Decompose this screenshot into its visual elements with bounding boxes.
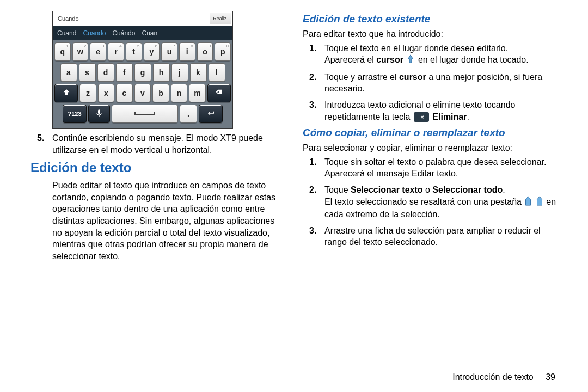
kb-key-h: h xyxy=(153,63,170,82)
kb-key-m: m xyxy=(189,84,206,102)
selection-tab-left-icon xyxy=(525,196,531,209)
kb-key-s: s xyxy=(79,63,96,82)
kb-sugg-1: Cuando xyxy=(83,29,106,37)
heading-edicion-de-texto: Edición de texto xyxy=(30,160,285,175)
kb-key-r: r4 xyxy=(108,42,124,61)
intro-b: Para seleccionar y copiar, eliminar o re… xyxy=(303,142,558,154)
kb-sugg-2: Cuándo xyxy=(112,29,135,37)
kb-key-y: y6 xyxy=(144,42,160,61)
kb-row-2: a s d f g h j k l xyxy=(54,63,231,82)
return-icon xyxy=(206,109,215,119)
kb-suggestion-bar: Cuand Cuando Cuándo Cuan xyxy=(53,26,232,40)
heading-copiar-eliminar-reemplazar: Cómo copiar, eliminar o reemplazar texto xyxy=(303,127,558,139)
kb-key-t: t5 xyxy=(126,42,142,61)
kb-key-period: . xyxy=(180,105,197,123)
kb-key-l: l xyxy=(209,63,225,82)
kb-sugg-3: Cuan xyxy=(142,29,157,37)
kb-key-shift xyxy=(54,84,78,102)
kb-key-space xyxy=(112,105,178,123)
mic-icon xyxy=(95,109,103,119)
kb-key-backspace xyxy=(207,84,231,102)
step-b1: Toque sin soltar el texto o palabra que … xyxy=(324,156,558,180)
cursor-icon xyxy=(407,54,414,67)
kb-key-z: z xyxy=(79,84,96,102)
kb-input-field: Cuando xyxy=(54,13,207,24)
footer-section: Introducción de texto xyxy=(452,372,534,382)
step-a3: Introduzca texto adicional o elimine tex… xyxy=(324,99,558,122)
kb-key-e: e3 xyxy=(90,42,106,61)
step-a2: Toque y arrastre el cursor a una mejor p… xyxy=(324,71,558,95)
selection-tab-right-icon xyxy=(536,196,543,209)
kb-key-u: u7 xyxy=(161,42,177,61)
kb-key-c: c xyxy=(116,84,133,102)
kb-key-b: b xyxy=(152,84,169,102)
footer-page-number: 39 xyxy=(546,372,555,382)
step-a1: Toque el texto en el lugar donde desea e… xyxy=(324,42,558,67)
kb-key-symbols: ?123 xyxy=(63,105,87,123)
kb-key-a: a xyxy=(60,63,77,82)
kb-key-n: n xyxy=(171,84,188,102)
intro-a: Para editar texto que ha introducido: xyxy=(303,28,558,40)
page-footer: Introducción de texto 39 xyxy=(452,372,555,382)
kb-row-4: ?123 . xyxy=(54,105,231,123)
kb-key-k: k xyxy=(190,63,207,82)
left-step-5: Continúe escribiendo su mensaje. El modo… xyxy=(52,132,285,156)
kb-key-i: i8 xyxy=(179,42,195,61)
kb-key-mic xyxy=(88,105,110,123)
left-paragraph: Puede editar el texto que introduce en c… xyxy=(52,180,285,262)
kb-key-return xyxy=(199,105,223,123)
kb-key-o: o9 xyxy=(197,42,213,61)
step-b3: Arrastre una ficha de selección para amp… xyxy=(324,225,558,248)
kb-key-w: w2 xyxy=(72,42,89,61)
kb-key-g: g xyxy=(134,63,151,82)
kb-row-3: z x c v b n m xyxy=(54,84,231,102)
kb-done-button: Realiz. xyxy=(210,13,231,24)
kb-key-p: p0 xyxy=(215,42,231,61)
delete-key-icon xyxy=(414,112,429,122)
kb-sugg-0: Cuand xyxy=(57,29,76,37)
kb-key-d: d xyxy=(97,63,114,82)
space-icon xyxy=(134,109,156,118)
kb-key-f: f xyxy=(116,63,133,82)
kb-row-1: q1 w2 e3 r4 t5 y6 u7 i8 o9 p0 xyxy=(54,42,231,61)
kb-key-v: v xyxy=(134,84,151,102)
step-b2: Toque Seleccionar texto o Seleccionar to… xyxy=(324,184,558,220)
kb-key-x: x xyxy=(98,84,115,102)
heading-edicion-texto-existente: Edición de texto existente xyxy=(303,13,558,25)
kb-key-q: q1 xyxy=(54,42,71,61)
kb-key-j: j xyxy=(171,63,188,82)
arrow-up-icon xyxy=(62,88,71,99)
keyboard-figure: Cuando Realiz. Cuand Cuando Cuándo Cuan … xyxy=(52,11,233,129)
backspace-icon xyxy=(215,88,223,99)
